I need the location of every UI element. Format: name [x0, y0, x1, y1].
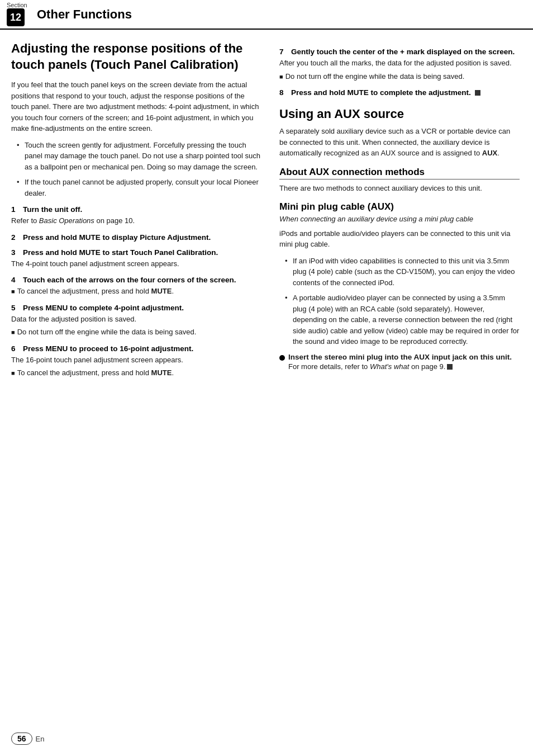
- page-title: Adjusting the response positions of the …: [11, 41, 263, 73]
- left-column: Adjusting the response positions of the …: [11, 41, 263, 380]
- circle-bullet-icon: [279, 355, 285, 361]
- subsection1-body: There are two methods to connect auxilia…: [279, 183, 520, 194]
- subsection2-bullet-list: If an iPod with video capabilities is co…: [285, 256, 520, 347]
- footer: 56 En: [11, 733, 44, 745]
- circle-step-body: For more details, refer to What's what o…: [288, 361, 512, 372]
- step5-heading: 5 Press MENU to complete 4-point adjustm…: [11, 304, 263, 312]
- main-content: Adjusting the response positions of the …: [0, 30, 533, 391]
- list-item: A portable audio/video player can be con…: [285, 292, 520, 347]
- note-icon-3: ■: [11, 368, 15, 378]
- page-container: Section 12 Other Functions Adjusting the…: [0, 0, 533, 756]
- step5-body: Data for the adjusted position is saved.: [11, 314, 263, 325]
- bullet-list: Touch the screen gently for adjustment. …: [17, 140, 263, 199]
- section2-body: A separately sold auxiliary device such …: [279, 126, 520, 159]
- note-icon: ■: [11, 287, 15, 296]
- section2-title: Using an AUX source: [279, 107, 520, 121]
- list-item: Touch the screen gently for adjustment. …: [17, 140, 263, 173]
- footer-lang: En: [36, 735, 45, 743]
- subsection2-italic: When connecting an auxiliary device usin…: [279, 214, 520, 225]
- subsection2-title: Mini pin plug cable (AUX): [279, 201, 520, 212]
- step2-heading: 2 Press and hold MUTE to display Picture…: [11, 233, 263, 242]
- note-icon-4: ■: [279, 72, 283, 82]
- section-number: 12: [7, 8, 25, 26]
- step6-note: ■ To cancel the adjustment, press and ho…: [11, 367, 263, 379]
- step4-heading: 4 Touch each of the arrows on the four c…: [11, 276, 263, 284]
- header-bar: Section 12 Other Functions: [0, 0, 533, 30]
- list-item: If an iPod with video capabilities is co…: [285, 256, 520, 289]
- right-column: 7 Gently touch the center of the + mark …: [279, 41, 520, 380]
- step5-note: ■ Do not turn off the engine while the d…: [11, 327, 263, 338]
- step1-body: Refer to Basic Operations on page 10.: [11, 215, 263, 226]
- step1-heading: 1 Turn the unit off.: [11, 205, 263, 214]
- step7-heading: 7 Gently touch the center of the + mark …: [279, 48, 520, 56]
- step3-heading: 3 Press and hold MUTE to start Touch Pan…: [11, 248, 263, 257]
- circle-step-heading: Insert the stereo mini plug into the AUX…: [288, 353, 512, 361]
- step3-body: The 4-point touch panel adjustment scree…: [11, 258, 263, 270]
- step8-heading: 8 Press and hold MUTE to complete the ad…: [279, 88, 520, 97]
- list-item: If the touch panel cannot be adjusted pr…: [17, 177, 263, 199]
- step7-note: ■ Do not turn off the engine while the d…: [279, 71, 520, 82]
- header-title: Other Functions: [37, 7, 132, 22]
- page-number: 56: [11, 733, 32, 745]
- step6-body: The 16-point touch panel adjustment scre…: [11, 355, 263, 366]
- circle-step: Insert the stereo mini plug into the AUX…: [279, 353, 520, 375]
- intro-text: If you feel that the touch panel keys on…: [11, 79, 263, 134]
- subsection2-body: iPods and portable audio/video players c…: [279, 228, 520, 250]
- end-mark-1: [475, 90, 480, 96]
- step4-note: ■ To cancel the adjustment, press and ho…: [11, 286, 263, 297]
- subsection1-title: About AUX connection methods: [279, 167, 520, 179]
- note-icon-2: ■: [11, 328, 15, 337]
- end-mark-2: [447, 364, 453, 370]
- step6-heading: 6 Press MENU to proceed to 16-point adju…: [11, 344, 263, 353]
- step7-body: After you touch all the marks, the data …: [279, 58, 520, 69]
- section-label: Section: [7, 2, 31, 8]
